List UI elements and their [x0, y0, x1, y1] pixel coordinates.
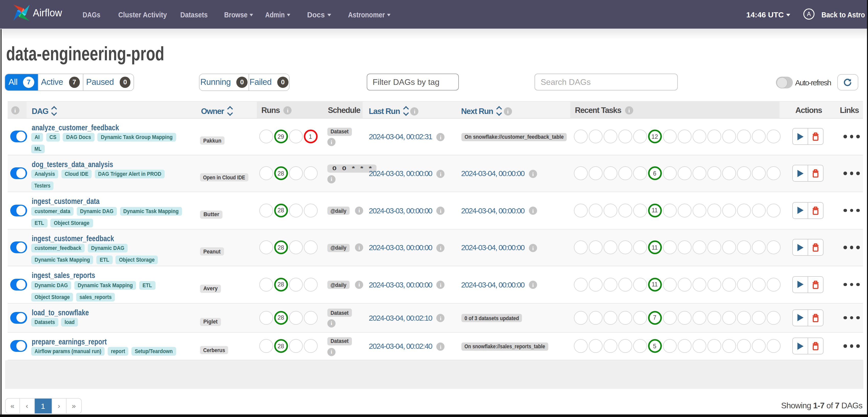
svg-text:A: A: [807, 11, 811, 18]
